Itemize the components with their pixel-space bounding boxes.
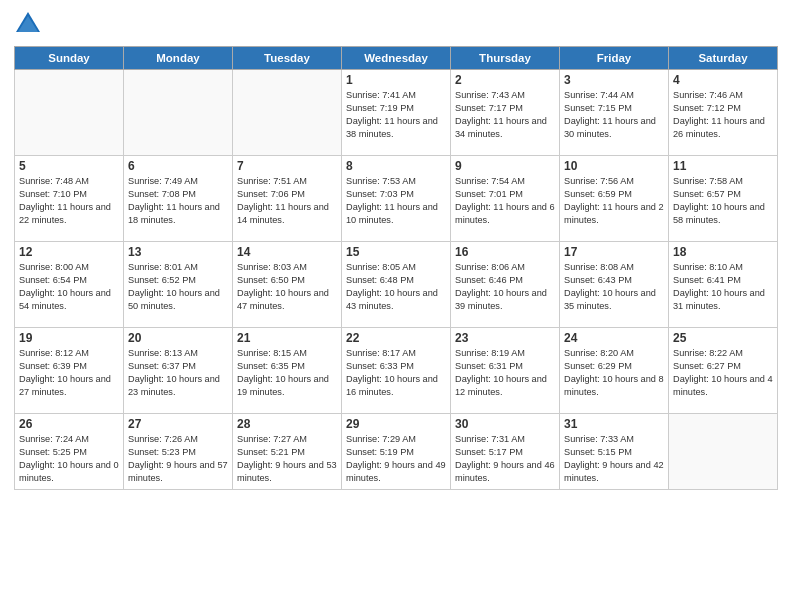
calendar-cell (15, 70, 124, 156)
day-number: 5 (19, 159, 119, 173)
day-number: 14 (237, 245, 337, 259)
day-number: 27 (128, 417, 228, 431)
day-info: Sunrise: 8:08 AM Sunset: 6:43 PM Dayligh… (564, 261, 664, 313)
calendar-cell: 5Sunrise: 7:48 AM Sunset: 7:10 PM Daylig… (15, 156, 124, 242)
calendar-cell: 17Sunrise: 8:08 AM Sunset: 6:43 PM Dayli… (560, 242, 669, 328)
calendar-cell: 9Sunrise: 7:54 AM Sunset: 7:01 PM Daylig… (451, 156, 560, 242)
calendar-cell: 15Sunrise: 8:05 AM Sunset: 6:48 PM Dayli… (342, 242, 451, 328)
day-number: 25 (673, 331, 773, 345)
day-number: 28 (237, 417, 337, 431)
calendar-cell: 7Sunrise: 7:51 AM Sunset: 7:06 PM Daylig… (233, 156, 342, 242)
day-header-friday: Friday (560, 47, 669, 70)
calendar-cell: 30Sunrise: 7:31 AM Sunset: 5:17 PM Dayli… (451, 414, 560, 490)
day-headers-row: SundayMondayTuesdayWednesdayThursdayFrid… (15, 47, 778, 70)
day-info: Sunrise: 8:03 AM Sunset: 6:50 PM Dayligh… (237, 261, 337, 313)
day-number: 8 (346, 159, 446, 173)
day-number: 6 (128, 159, 228, 173)
day-number: 1 (346, 73, 446, 87)
calendar-cell: 4Sunrise: 7:46 AM Sunset: 7:12 PM Daylig… (669, 70, 778, 156)
calendar-cell: 18Sunrise: 8:10 AM Sunset: 6:41 PM Dayli… (669, 242, 778, 328)
day-info: Sunrise: 7:56 AM Sunset: 6:59 PM Dayligh… (564, 175, 664, 227)
day-number: 4 (673, 73, 773, 87)
page: SundayMondayTuesdayWednesdayThursdayFrid… (0, 0, 792, 612)
day-header-sunday: Sunday (15, 47, 124, 70)
calendar-cell: 6Sunrise: 7:49 AM Sunset: 7:08 PM Daylig… (124, 156, 233, 242)
day-info: Sunrise: 7:54 AM Sunset: 7:01 PM Dayligh… (455, 175, 555, 227)
day-info: Sunrise: 8:20 AM Sunset: 6:29 PM Dayligh… (564, 347, 664, 399)
day-header-tuesday: Tuesday (233, 47, 342, 70)
calendar-cell: 16Sunrise: 8:06 AM Sunset: 6:46 PM Dayli… (451, 242, 560, 328)
day-info: Sunrise: 8:13 AM Sunset: 6:37 PM Dayligh… (128, 347, 228, 399)
day-info: Sunrise: 7:53 AM Sunset: 7:03 PM Dayligh… (346, 175, 446, 227)
day-info: Sunrise: 8:12 AM Sunset: 6:39 PM Dayligh… (19, 347, 119, 399)
calendar-table: SundayMondayTuesdayWednesdayThursdayFrid… (14, 46, 778, 490)
calendar-cell: 26Sunrise: 7:24 AM Sunset: 5:25 PM Dayli… (15, 414, 124, 490)
calendar-cell: 25Sunrise: 8:22 AM Sunset: 6:27 PM Dayli… (669, 328, 778, 414)
day-info: Sunrise: 8:17 AM Sunset: 6:33 PM Dayligh… (346, 347, 446, 399)
day-info: Sunrise: 7:31 AM Sunset: 5:17 PM Dayligh… (455, 433, 555, 485)
logo (14, 10, 46, 38)
day-info: Sunrise: 7:48 AM Sunset: 7:10 PM Dayligh… (19, 175, 119, 227)
day-info: Sunrise: 7:51 AM Sunset: 7:06 PM Dayligh… (237, 175, 337, 227)
day-number: 12 (19, 245, 119, 259)
day-info: Sunrise: 8:05 AM Sunset: 6:48 PM Dayligh… (346, 261, 446, 313)
day-info: Sunrise: 8:01 AM Sunset: 6:52 PM Dayligh… (128, 261, 228, 313)
day-number: 15 (346, 245, 446, 259)
calendar-cell: 11Sunrise: 7:58 AM Sunset: 6:57 PM Dayli… (669, 156, 778, 242)
calendar-cell: 28Sunrise: 7:27 AM Sunset: 5:21 PM Dayli… (233, 414, 342, 490)
day-number: 20 (128, 331, 228, 345)
calendar-cell: 19Sunrise: 8:12 AM Sunset: 6:39 PM Dayli… (15, 328, 124, 414)
day-number: 24 (564, 331, 664, 345)
calendar-cell (233, 70, 342, 156)
calendar-cell (669, 414, 778, 490)
day-number: 2 (455, 73, 555, 87)
calendar-cell: 3Sunrise: 7:44 AM Sunset: 7:15 PM Daylig… (560, 70, 669, 156)
day-number: 16 (455, 245, 555, 259)
calendar-cell: 14Sunrise: 8:03 AM Sunset: 6:50 PM Dayli… (233, 242, 342, 328)
day-info: Sunrise: 7:24 AM Sunset: 5:25 PM Dayligh… (19, 433, 119, 485)
day-info: Sunrise: 7:58 AM Sunset: 6:57 PM Dayligh… (673, 175, 773, 227)
calendar-cell: 13Sunrise: 8:01 AM Sunset: 6:52 PM Dayli… (124, 242, 233, 328)
calendar-body: 1Sunrise: 7:41 AM Sunset: 7:19 PM Daylig… (15, 70, 778, 490)
day-info: Sunrise: 7:27 AM Sunset: 5:21 PM Dayligh… (237, 433, 337, 485)
day-info: Sunrise: 7:41 AM Sunset: 7:19 PM Dayligh… (346, 89, 446, 141)
day-header-wednesday: Wednesday (342, 47, 451, 70)
day-number: 26 (19, 417, 119, 431)
day-info: Sunrise: 8:19 AM Sunset: 6:31 PM Dayligh… (455, 347, 555, 399)
day-info: Sunrise: 7:33 AM Sunset: 5:15 PM Dayligh… (564, 433, 664, 485)
calendar-cell: 31Sunrise: 7:33 AM Sunset: 5:15 PM Dayli… (560, 414, 669, 490)
day-number: 3 (564, 73, 664, 87)
calendar-cell: 22Sunrise: 8:17 AM Sunset: 6:33 PM Dayli… (342, 328, 451, 414)
day-number: 13 (128, 245, 228, 259)
calendar-cell: 21Sunrise: 8:15 AM Sunset: 6:35 PM Dayli… (233, 328, 342, 414)
day-info: Sunrise: 8:10 AM Sunset: 6:41 PM Dayligh… (673, 261, 773, 313)
week-row-2: 12Sunrise: 8:00 AM Sunset: 6:54 PM Dayli… (15, 242, 778, 328)
day-info: Sunrise: 7:43 AM Sunset: 7:17 PM Dayligh… (455, 89, 555, 141)
day-info: Sunrise: 7:44 AM Sunset: 7:15 PM Dayligh… (564, 89, 664, 141)
day-number: 18 (673, 245, 773, 259)
day-number: 19 (19, 331, 119, 345)
day-number: 17 (564, 245, 664, 259)
calendar-cell: 2Sunrise: 7:43 AM Sunset: 7:17 PM Daylig… (451, 70, 560, 156)
day-number: 23 (455, 331, 555, 345)
day-info: Sunrise: 8:00 AM Sunset: 6:54 PM Dayligh… (19, 261, 119, 313)
calendar-cell: 12Sunrise: 8:00 AM Sunset: 6:54 PM Dayli… (15, 242, 124, 328)
day-number: 31 (564, 417, 664, 431)
day-number: 22 (346, 331, 446, 345)
day-number: 21 (237, 331, 337, 345)
day-info: Sunrise: 7:49 AM Sunset: 7:08 PM Dayligh… (128, 175, 228, 227)
week-row-3: 19Sunrise: 8:12 AM Sunset: 6:39 PM Dayli… (15, 328, 778, 414)
day-header-monday: Monday (124, 47, 233, 70)
calendar-cell: 20Sunrise: 8:13 AM Sunset: 6:37 PM Dayli… (124, 328, 233, 414)
day-info: Sunrise: 7:46 AM Sunset: 7:12 PM Dayligh… (673, 89, 773, 141)
calendar-cell: 23Sunrise: 8:19 AM Sunset: 6:31 PM Dayli… (451, 328, 560, 414)
day-number: 9 (455, 159, 555, 173)
calendar-cell: 1Sunrise: 7:41 AM Sunset: 7:19 PM Daylig… (342, 70, 451, 156)
day-number: 30 (455, 417, 555, 431)
day-number: 7 (237, 159, 337, 173)
calendar-cell: 29Sunrise: 7:29 AM Sunset: 5:19 PM Dayli… (342, 414, 451, 490)
day-number: 11 (673, 159, 773, 173)
week-row-4: 26Sunrise: 7:24 AM Sunset: 5:25 PM Dayli… (15, 414, 778, 490)
day-info: Sunrise: 7:29 AM Sunset: 5:19 PM Dayligh… (346, 433, 446, 485)
day-info: Sunrise: 8:06 AM Sunset: 6:46 PM Dayligh… (455, 261, 555, 313)
